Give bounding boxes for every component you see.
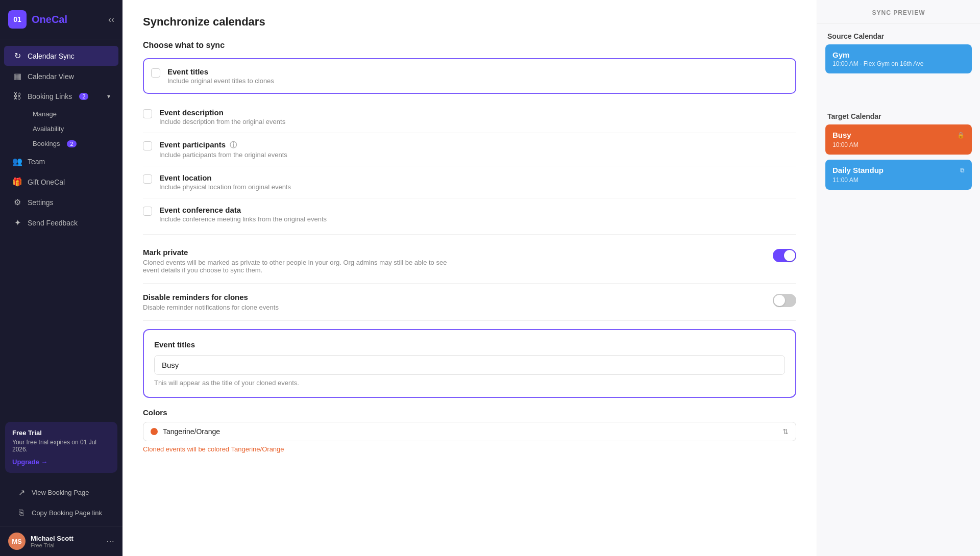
disable-reminders-toggle[interactable] — [773, 294, 796, 307]
event-description-label: Event description — [159, 108, 285, 117]
bookings-label: Bookings — [33, 140, 60, 147]
sidebar-item-team[interactable]: 👥 Team — [4, 151, 118, 171]
sidebar-item-label: Gift OneCal — [28, 178, 65, 186]
availability-label: Availability — [33, 125, 64, 133]
target-standup-time: 11:00 AM — [832, 176, 884, 184]
select-arrows-icon: ⇅ — [782, 427, 789, 436]
external-link-icon: ↗ — [16, 488, 27, 497]
colors-section: Colors Tangerine/Orange ⇅ Cloned events … — [143, 408, 796, 453]
sidebar-item-settings[interactable]: ⚙ Settings — [4, 192, 118, 212]
sidebar-item-send-feedback[interactable]: ✦ Send Feedback — [4, 213, 118, 233]
color-select[interactable]: Tangerine/Orange ⇅ — [143, 422, 796, 441]
user-name: Michael Scott — [31, 535, 101, 542]
target-standup-row: Daily Standup 11:00 AM ⧉ — [832, 166, 965, 184]
disable-reminders-content: Disable reminders for clones Disable rem… — [143, 293, 279, 311]
color-select-left: Tangerine/Orange — [151, 427, 220, 436]
sidebar-item-manage[interactable]: Manage — [28, 107, 118, 121]
event-titles-input-hint: This will appear as the title of your cl… — [154, 379, 785, 387]
sidebar-item-label: Calendar View — [28, 72, 74, 81]
color-hint: Cloned events will be colored Tangerine/… — [143, 445, 796, 453]
target-busy-title: Busy — [832, 131, 859, 139]
mark-private-toggle[interactable] — [773, 249, 796, 262]
copy-icon: ⎘ — [16, 508, 27, 517]
sidebar-nav: ↻ Calendar Sync ▦ Calendar View ⛓ Bookin… — [0, 39, 122, 416]
copy-booking-label: Copy Booking Page link — [32, 509, 102, 517]
team-icon: 👥 — [12, 157, 22, 166]
source-event-subtitle: 10:00 AM · Flex Gym on 16th Ave — [832, 60, 965, 67]
sidebar-item-label: Team — [28, 158, 45, 166]
sidebar-item-label: Booking Links — [28, 92, 72, 100]
event-description-desc: Include description from the original ev… — [159, 118, 285, 125]
source-calendar-label: Source Calendar — [817, 24, 980, 44]
event-location-checkbox[interactable] — [143, 174, 152, 184]
sidebar-item-copy-booking[interactable]: ⎘ Copy Booking Page link — [8, 503, 114, 522]
sidebar-item-calendar-view[interactable]: ▦ Calendar View — [4, 66, 118, 86]
mark-private-content: Mark private Cloned events will be marke… — [143, 248, 449, 274]
settings-icon: ⚙ — [12, 197, 22, 207]
event-conference-checkbox[interactable] — [143, 207, 152, 216]
sidebar-item-view-booking[interactable]: ↗ View Booking Page — [8, 483, 114, 502]
target-event-busy: Busy 10:00 AM 🔒 — [825, 124, 972, 155]
user-menu-button[interactable]: ⋯ — [106, 537, 114, 546]
logo-one: One — [32, 14, 52, 25]
logo-cal: Cal — [52, 14, 67, 25]
choose-what-to-sync-section: Choose what to sync Event titles Include… — [143, 41, 796, 230]
sidebar-bottom-links: ↗ View Booking Page ⎘ Copy Booking Page … — [0, 479, 122, 526]
user-role: Free Trial — [31, 542, 101, 548]
free-trial-description: Your free trial expires on 01 Jul 2026. — [12, 439, 96, 453]
sidebar-item-label: Settings — [28, 198, 54, 207]
logo-box: 01 — [8, 10, 27, 29]
chevron-down-icon: ▾ — [107, 93, 110, 100]
sync-preview-header: SYNC PREVIEW — [817, 0, 980, 24]
event-location-desc: Include physical location from original … — [159, 183, 291, 191]
lock-icon: 🔒 — [957, 132, 965, 139]
booking-links-badge: 2 — [79, 93, 88, 100]
color-select-text: Tangerine/Orange — [163, 427, 220, 436]
sidebar: 01 OneCal ‹‹ ↻ Calendar Sync ▦ Calendar … — [0, 0, 122, 556]
event-description-row: Event description Include description fr… — [143, 101, 796, 133]
booking-sub-nav: Manage Availability Bookings 2 — [0, 107, 122, 151]
event-description-checkbox[interactable] — [143, 109, 152, 118]
event-conference-label: Event conference data — [159, 206, 327, 214]
color-hint-value: Tangerine/Orange — [231, 445, 284, 453]
sidebar-item-availability[interactable]: Availability — [28, 121, 118, 136]
event-titles-input[interactable] — [154, 355, 785, 375]
gift-icon: 🎁 — [12, 177, 22, 187]
sidebar-item-label: Send Feedback — [28, 219, 78, 227]
free-trial-banner: Free Trial Your free trial expires on 01… — [5, 422, 117, 473]
mark-private-row: Mark private Cloned events will be marke… — [143, 239, 796, 284]
sidebar-collapse-button[interactable]: ‹‹ — [108, 14, 114, 25]
user-info: Michael Scott Free Trial — [31, 535, 101, 548]
event-participants-desc: Include participants from the original e… — [159, 151, 287, 159]
upgrade-button[interactable]: Upgrade → — [12, 458, 47, 466]
target-busy-time: 10:00 AM — [832, 141, 859, 148]
event-location-label: Event location — [159, 173, 291, 182]
sidebar-item-booking-links[interactable]: ⛓ Booking Links 2 ▾ — [4, 87, 118, 106]
sidebar-item-calendar-sync[interactable]: ↻ Calendar Sync — [4, 46, 118, 66]
sidebar-user: MS Michael Scott Free Trial ⋯ — [0, 526, 122, 556]
target-event-busy-row: Busy 10:00 AM 🔒 — [832, 131, 965, 148]
calendar-sync-icon: ↻ — [12, 51, 22, 61]
event-titles-checkbox[interactable] — [151, 68, 160, 78]
event-titles-card-title: Event titles — [154, 340, 785, 349]
event-location-content: Event location Include physical location… — [159, 173, 291, 191]
page-title: Synchronize calendars — [143, 15, 796, 29]
manage-label: Manage — [33, 110, 57, 118]
free-trial-label: Free Trial — [12, 429, 110, 437]
sidebar-item-label: Calendar Sync — [28, 52, 75, 60]
event-participants-content: Event participants ⓘ Include participant… — [159, 140, 287, 159]
avatar: MS — [8, 533, 26, 550]
color-hint-prefix: Cloned events will be colored — [143, 445, 231, 453]
sidebar-item-bookings[interactable]: Bookings 2 — [28, 136, 118, 151]
mark-private-desc: Cloned events will be marked as private … — [143, 259, 449, 274]
source-event: Gym 10:00 AM · Flex Gym on 16th Ave — [825, 44, 972, 73]
target-event-standup: Daily Standup 11:00 AM ⧉ — [825, 160, 972, 190]
sidebar-item-gift-onecal[interactable]: 🎁 Gift OneCal — [4, 172, 118, 192]
info-icon[interactable]: ⓘ — [230, 141, 237, 149]
view-booking-label: View Booking Page — [32, 489, 89, 496]
event-location-row: Event location Include physical location… — [143, 166, 796, 198]
disable-reminders-label: Disable reminders for clones — [143, 293, 279, 301]
booking-links-icon: ⛓ — [12, 92, 22, 101]
event-participants-checkbox[interactable] — [143, 141, 152, 150]
event-description-content: Event description Include description fr… — [159, 108, 285, 125]
